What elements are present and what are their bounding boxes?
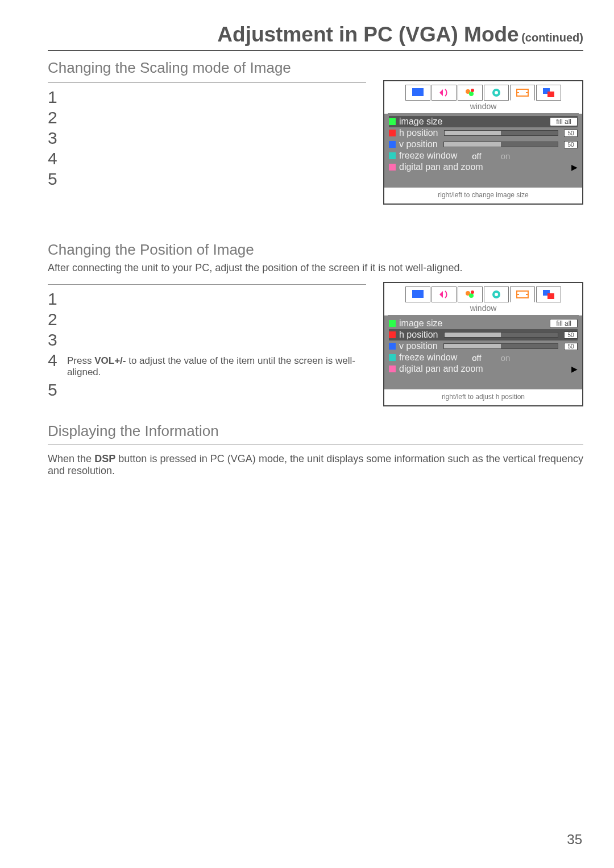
osd-tab-audio-icon: [432, 85, 457, 101]
step: 4: [48, 150, 366, 167]
bullet-icon: [389, 343, 396, 350]
title-main: Adjustment in PC (VGA) Mode: [217, 23, 518, 46]
step-number: 3: [48, 331, 61, 348]
osd-tab-setup-icon: [458, 85, 483, 101]
section3-body: When the DSP button is pressed in PC (VG…: [48, 453, 583, 477]
divider: [48, 445, 583, 445]
osd-item-label: v position: [399, 139, 438, 149]
text: Press: [67, 355, 94, 366]
text: button is pressed in PC (VGA) mode, the …: [48, 453, 583, 476]
title-suffix: (continued): [521, 31, 583, 44]
osd-item-value: 50: [564, 331, 578, 339]
osd-item-value: 50: [564, 343, 578, 350]
section1-row: 1 2 3 4 5 window image size fill all: [48, 80, 583, 205]
slider-icon: [443, 343, 558, 349]
osd-tab-function-icon: [484, 286, 509, 302]
slider-icon: [444, 332, 559, 338]
osd-item-h-position: h position 50: [389, 127, 578, 139]
osd-item-freeze-window: freeze window off on: [389, 352, 578, 363]
osd-body: image size fill all h position 50 v posi…: [384, 114, 582, 188]
osd-item-label: v position: [399, 341, 438, 351]
step: 5: [48, 171, 366, 188]
bullet-icon: [389, 152, 396, 159]
step-number: 1: [48, 290, 61, 308]
osd-tabs: [384, 283, 582, 302]
svg-point-3: [471, 89, 474, 92]
osd-item-label: h position: [399, 128, 438, 138]
step: 3: [48, 130, 366, 147]
step-number: 4: [48, 352, 61, 369]
osd-value-on: on: [501, 353, 511, 363]
osd-menu-2: window image size fill all h position 50…: [383, 282, 583, 406]
osd-value-off: off: [472, 353, 481, 363]
key-label: DSP: [94, 453, 115, 464]
section1-steps: 1 2 3 4 5: [48, 80, 366, 205]
step-number: 4: [48, 150, 61, 167]
osd-item-image-size: image size fill all: [389, 318, 578, 329]
osd-item-label: image size: [399, 117, 442, 127]
osd-item-dpz: digital pan and zoom ▶: [389, 363, 578, 375]
section3-heading: Displaying the Information: [48, 422, 583, 440]
osd-tab-label: window: [388, 302, 579, 315]
osd-item-value: 50: [564, 130, 578, 137]
osd-item-image-size: image size fill all: [389, 116, 578, 127]
bullet-icon: [389, 354, 396, 361]
bullet-icon: [389, 141, 396, 148]
svg-rect-8: [547, 92, 554, 97]
osd-hint: right/left to adjust h position: [384, 389, 582, 405]
osd-tabs: [384, 81, 582, 101]
svg-point-2: [469, 92, 474, 96]
osd-tab-setup-icon: [458, 286, 483, 302]
step-number: 5: [48, 381, 61, 398]
step-number: 5: [48, 171, 61, 188]
step-text: Press VOL+/- to adjust the value of the …: [67, 352, 366, 378]
section1-heading: Changing the Scaling mode of Image: [48, 59, 583, 77]
osd-tab-picture-icon: [405, 286, 430, 302]
osd-item-label: h position: [399, 330, 438, 340]
step-number: 3: [48, 130, 61, 147]
slider-icon: [443, 142, 558, 147]
osd-item-label: image size: [399, 318, 442, 329]
divider: [48, 82, 366, 83]
osd-item-label: digital pan and zoom: [399, 162, 483, 172]
step: 4 Press VOL+/- to adjust the value of th…: [48, 352, 366, 378]
step-number: 2: [48, 311, 61, 328]
step: 1: [48, 89, 366, 106]
osd-item-freeze-window: freeze window off on: [389, 150, 578, 161]
osd-tab-audio-icon: [432, 286, 457, 302]
osd-tab-pip-icon: [536, 85, 561, 101]
step: 5: [48, 381, 366, 398]
text: When the: [48, 453, 94, 464]
bullet-icon: [389, 320, 396, 327]
bullet-icon: [389, 366, 396, 372]
osd-item-dpz: digital pan and zoom ▶: [389, 161, 578, 173]
svg-point-14: [495, 293, 498, 296]
osd-item-v-position: v position 50: [389, 139, 578, 150]
svg-point-12: [471, 290, 474, 294]
osd-value-on: on: [501, 151, 511, 161]
osd-tab-window-icon: [510, 286, 535, 302]
osd-tab-window-icon: [510, 85, 535, 101]
svg-rect-9: [412, 290, 424, 298]
bullet-icon: [389, 331, 396, 338]
osd-tab-pip-icon: [536, 286, 561, 302]
page: Adjustment in PC (VGA) Mode (continued) …: [0, 0, 614, 868]
slider-icon: [444, 130, 559, 136]
svg-rect-17: [547, 293, 554, 299]
osd-item-value: 50: [564, 141, 578, 148]
page-title: Adjustment in PC (VGA) Mode (continued): [48, 23, 583, 51]
step: 2: [48, 109, 366, 126]
step-number: 2: [48, 109, 61, 126]
osd-item-value: fill all: [550, 117, 578, 126]
bullet-icon: [389, 164, 396, 171]
osd-item-h-position: h position 50: [389, 329, 578, 340]
key-label: VOL+/-: [94, 355, 126, 366]
section2-heading: Changing the Position of Image: [48, 241, 583, 259]
chevron-right-icon: ▶: [571, 163, 578, 172]
osd-item-label: digital pan and zoom: [399, 364, 483, 374]
osd-item-value: fill all: [550, 319, 578, 328]
page-number: 35: [567, 832, 582, 848]
osd-tab-picture-icon: [405, 85, 430, 101]
step: 1: [48, 290, 366, 308]
section2-intro: After connecting the unit to your PC, ad…: [48, 262, 583, 274]
